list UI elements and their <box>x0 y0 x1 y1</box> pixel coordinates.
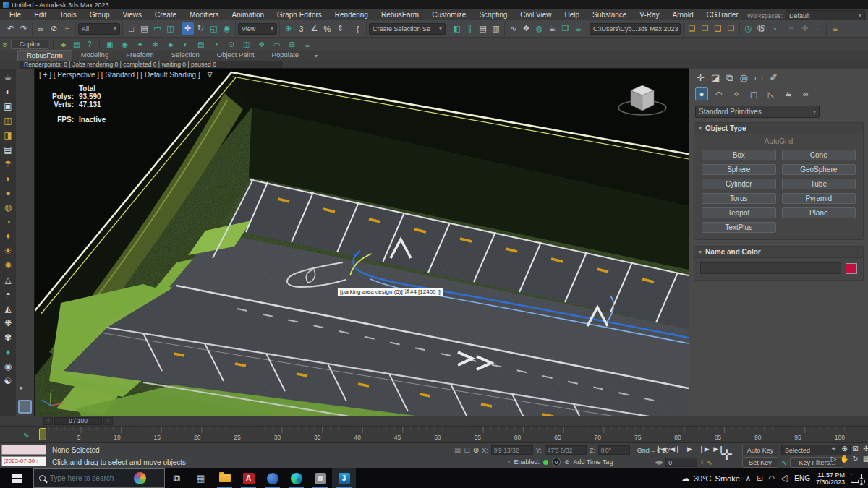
cameras-category-icon[interactable]: ▢ <box>747 87 760 100</box>
enabled-indicator[interactable] <box>543 460 548 465</box>
zoom-icon[interactable]: ⌖ <box>829 445 838 453</box>
vray-camera-icon[interactable]: ▣ <box>1 99 15 113</box>
primitive-category-dropdown[interactable]: Standard Primitives▾ <box>695 106 820 118</box>
time-slider-playhead[interactable] <box>39 428 46 440</box>
current-frame-field[interactable]: 0 <box>665 458 697 467</box>
edit-named-selection-sets-icon[interactable]: { <box>352 22 364 35</box>
task-view-button[interactable]: ⧉ <box>165 468 189 488</box>
forest-pack-icon[interactable]: ♣ <box>58 39 69 50</box>
search-input[interactable] <box>50 474 129 482</box>
menu-item-edit[interactable]: Edit <box>27 9 53 20</box>
obj-btn-cone[interactable]: Cone <box>782 150 856 160</box>
menu-item-create[interactable]: Create <box>148 9 183 20</box>
key-mode-icon[interactable]: ∿ <box>707 459 712 466</box>
create-tab-icon[interactable]: ✛ <box>697 72 705 84</box>
x-coordinate-field[interactable]: 9'9 13/32 <box>491 445 533 455</box>
reference-coordinate-dropdown[interactable]: View▾ <box>238 23 277 35</box>
menu-item-arnold[interactable]: Arnold <box>666 9 700 20</box>
previous-frame-button[interactable]: ‹ <box>43 417 53 425</box>
obj-btn-cylinder[interactable]: Cylinder <box>702 179 776 189</box>
viewport-filter-icon[interactable]: ∇ <box>208 71 213 79</box>
pan-icon[interactable]: ✋ <box>840 455 849 463</box>
clock[interactable]: 11:57 PM 7/30/2023 <box>816 471 845 486</box>
obj-btn-plane[interactable]: Plane <box>782 207 856 218</box>
menu-item-animation[interactable]: Animation <box>226 9 271 20</box>
menu-item-cgtrader[interactable]: CGTrader <box>700 9 745 20</box>
set-key-button[interactable]: Set Key <box>742 457 778 468</box>
use-pivot-point-icon[interactable]: ⊕ <box>282 22 294 35</box>
ribbon-tab-selection[interactable]: Selection <box>163 50 208 61</box>
ribbon-tab-populate[interactable]: Populate <box>263 50 308 61</box>
vray-palette-icon[interactable]: ☯ <box>1 374 15 388</box>
menu-item-customize[interactable]: Customize <box>425 9 472 20</box>
layer-explorer-icon[interactable]: ▤ <box>477 22 489 35</box>
menu-item-file[interactable]: File <box>3 9 27 20</box>
vray-render-elements-icon[interactable]: ◫ <box>1 114 15 127</box>
hierarchy-tab-icon[interactable]: ⧉ <box>726 72 733 84</box>
mini-play-icon[interactable]: ▸ <box>20 384 24 391</box>
zoom-extents-icon[interactable]: ⊠ <box>851 445 860 453</box>
selection-lock-icon[interactable]: ▦ <box>454 446 461 454</box>
vray-physical-camera-icon[interactable]: ◨ <box>1 128 15 142</box>
redo-icon[interactable]: ↷ <box>17 22 30 35</box>
notes-icon[interactable]: ▤ <box>71 39 82 50</box>
vray-ambient-light-icon[interactable]: ✺ <box>1 258 15 272</box>
obj-btn-torus[interactable]: Torus <box>702 193 776 204</box>
select-object-icon[interactable]: □ <box>125 22 137 35</box>
taskbar-search[interactable] <box>33 468 165 488</box>
calculator-app[interactable]: ▦ <box>189 468 213 488</box>
help-icon[interactable]: ? <box>84 39 95 50</box>
material-editor-icon[interactable]: ◍ <box>533 22 545 35</box>
vray-proxy-icon[interactable]: ◭ <box>1 301 15 315</box>
undo-icon[interactable]: ↶ <box>4 22 17 35</box>
modify-tab-icon[interactable]: ◪ <box>711 72 720 84</box>
menu-item-civil-view[interactable]: Civil View <box>514 9 558 20</box>
start-button[interactable] <box>0 468 33 488</box>
transform-typein-icon[interactable]: ⊕ <box>473 446 479 454</box>
schematic-view-icon[interactable]: ❖ <box>520 22 532 35</box>
select-and-place-icon[interactable]: ◉ <box>221 22 233 35</box>
disabled-cut-icon[interactable]: ✂ <box>786 22 798 35</box>
autobackup-15-icon[interactable]: ⑮ <box>755 22 767 35</box>
menu-item-tools[interactable]: Tools <box>53 9 82 20</box>
space-warps-category-icon[interactable]: ≋ <box>782 87 795 100</box>
vray-sphere-light-icon[interactable]: ● <box>1 186 15 200</box>
physical-camera-icon[interactable]: ◉ <box>119 39 130 50</box>
gray-chat-app[interactable] <box>308 468 332 488</box>
named-selection-set-dropdown[interactable]: Create Selection Se▾ <box>369 23 446 35</box>
next-frame-icon[interactable]: ❙▶ <box>698 445 710 453</box>
auto-key-button[interactable]: Auto Key <box>742 445 778 455</box>
viewcube[interactable] <box>613 77 671 127</box>
menu-item-substance[interactable]: Substance <box>586 9 633 20</box>
bind-to-space-warp-icon[interactable]: ≈ <box>61 22 73 35</box>
toggle-ribbon-icon[interactable]: ▥ <box>490 22 502 35</box>
key-step-icon[interactable]: ◀▶ <box>655 459 663 466</box>
scene-state-icon[interactable]: ◔ <box>768 22 780 35</box>
ribbon-tab-freeform[interactable]: Freeform <box>117 50 163 61</box>
teapot-tool-icon[interactable]: ☕ <box>302 39 312 50</box>
menu-item-scripting[interactable]: Scripting <box>472 9 514 20</box>
obj-btn-geosphere[interactable]: GeoSphere <box>782 164 856 175</box>
orbit-icon[interactable]: ↻ <box>851 455 860 463</box>
menu-item-help[interactable]: Help <box>558 9 587 20</box>
ribbon-tab-object-paint[interactable]: Object Paint <box>208 50 263 61</box>
default-tangent-icon[interactable]: ∿ <box>781 458 787 466</box>
rectangular-selection-region-icon[interactable]: ▭ <box>151 22 163 35</box>
mini-curve-editor-icon[interactable]: ∿ <box>20 429 32 440</box>
notification-center-icon[interactable]: 1 <box>851 474 862 483</box>
vray-plane-icon[interactable]: △ <box>1 273 15 286</box>
sphere-tool-icon[interactable]: ◐ <box>180 39 191 50</box>
menu-item-rendering[interactable]: Rendering <box>328 9 375 20</box>
vray-sphere-icon[interactable]: ◓ <box>1 287 15 301</box>
layers-tool-icon[interactable]: ◫ <box>241 39 252 50</box>
weather-globe-icon[interactable] <box>134 472 146 484</box>
bell-icon[interactable]: ◔ <box>210 39 221 50</box>
obj-btn-textplus[interactable]: TextPlus <box>702 222 776 233</box>
obj-btn-pyramid[interactable]: Pyramid <box>782 193 856 204</box>
helpers-category-icon[interactable]: ◺ <box>765 87 778 100</box>
utilities-tab-icon[interactable]: ✐ <box>770 72 778 84</box>
obj-btn-tube[interactable]: Tube <box>782 179 856 189</box>
window-crossing-icon[interactable]: ◫ <box>164 22 176 35</box>
vray-frame-buffer-icon[interactable]: ◐ <box>1 85 15 98</box>
obj-btn-teapot[interactable]: Teapot <box>702 207 776 218</box>
